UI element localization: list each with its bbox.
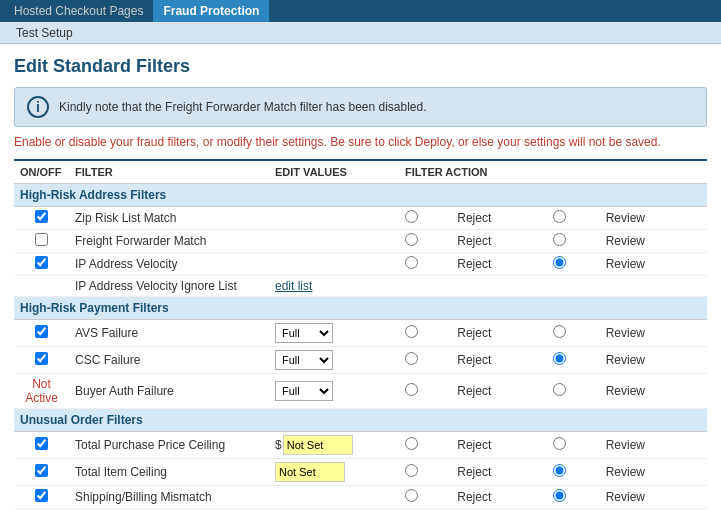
checkbox-ip-velocity[interactable] [35,256,48,269]
radio-reject-billing[interactable] [405,489,418,502]
review-label-billing: Review [606,490,645,504]
review-label-ipv: Review [606,257,645,271]
filter-name-item-ceiling: Total Item Ceiling [69,459,269,486]
filter-name-csc: CSC Failure [69,347,269,374]
radio-review-billing[interactable] [553,489,566,502]
info-message: Kindly note that the Freight Forwarder M… [59,100,427,114]
col-header-onoff: ON/OFF [14,160,69,184]
input-price-ceiling[interactable] [283,435,353,455]
col-header-edit: EDIT VALUES [269,160,399,184]
radio-review-csc[interactable] [553,352,566,365]
table-row: AVS Failure FullPartialNone Reject Revie… [14,320,707,347]
radio-reject-buyer[interactable] [405,383,418,396]
dropdown-avs[interactable]: FullPartialNone [275,323,333,343]
group-header-address: High-Risk Address Filters [14,184,707,207]
radio-reject-avs[interactable] [405,325,418,338]
table-row: Not Active Buyer Auth Failure FullPartia… [14,374,707,409]
radio-reject-zip[interactable] [405,210,418,223]
review-label-csc: Review [606,353,645,367]
radio-review-zip[interactable] [553,210,566,223]
radio-reject-freight[interactable] [405,233,418,246]
review-label-zip: Review [606,211,645,225]
filter-name-billing-mismatch: Shipping/Billing Mismatch [69,486,269,509]
info-icon: i [27,96,49,118]
checkbox-avs[interactable] [35,325,48,338]
table-row: Total Item Ceiling Reject Review [14,459,707,486]
dropdown-buyer-auth[interactable]: FullPartialNone [275,381,333,401]
reject-label-ipv: Reject [457,257,491,271]
col-header-action: FILTER ACTION [399,160,707,184]
reject-label-zip: Reject [457,211,491,225]
checkbox-csc[interactable] [35,352,48,365]
radio-reject-csc[interactable] [405,352,418,365]
radio-review-freight[interactable] [553,233,566,246]
nav-hosted-checkout[interactable]: Hosted Checkout Pages [4,0,153,22]
checkbox-price-ceiling[interactable] [35,437,48,450]
review-label-price: Review [606,438,645,452]
dropdown-csc[interactable]: FullPartialNone [275,350,333,370]
reject-label-csc: Reject [457,353,491,367]
nav-fraud-protection[interactable]: Fraud Protection [153,0,269,22]
table-row: Zip Risk List Match Reject Review [14,207,707,230]
group-header-unusual: Unusual Order Filters [14,409,707,432]
sub-navigation: Test Setup [0,22,721,44]
input-item-ceiling[interactable] [275,462,345,482]
reject-label-billing: Reject [457,490,491,504]
checkbox-zip-risk[interactable] [35,210,48,223]
page-title: Edit Standard Filters [14,56,707,77]
page-content: Edit Standard Filters i Kindly note that… [0,44,721,519]
radio-review-price[interactable] [553,437,566,450]
table-row: Shipping/Billing Mismatch Reject Review [14,486,707,509]
filter-name-freight: Freight Forwarder Match [69,230,269,253]
filters-table: ON/OFF FILTER EDIT VALUES FILTER ACTION … [14,159,707,509]
filter-name-buyer-auth: Buyer Auth Failure [69,374,269,409]
checkbox-billing-mismatch[interactable] [35,489,48,502]
radio-reject-price[interactable] [405,437,418,450]
filter-name-avs: AVS Failure [69,320,269,347]
not-active-label: Not Active [25,377,58,405]
filter-name-ip-velocity: IP Address Velocity [69,253,269,276]
radio-review-buyer[interactable] [553,383,566,396]
filter-name-price-ceiling: Total Purchase Price Ceiling [69,432,269,459]
col-header-filter: FILTER [69,160,269,184]
checkbox-item-ceiling[interactable] [35,464,48,477]
radio-reject-ipv[interactable] [405,256,418,269]
top-navigation: Hosted Checkout Pages Fraud Protection [0,0,721,22]
reject-label-freight: Reject [457,234,491,248]
page-description: Enable or disable your fraud filters, or… [14,135,707,149]
edit-list-link[interactable]: edit list [275,279,312,293]
review-label-avs: Review [606,326,645,340]
radio-review-item[interactable] [553,464,566,477]
table-row: IP Address Velocity Reject Review [14,253,707,276]
info-box: i Kindly note that the Freight Forwarder… [14,87,707,127]
table-row: IP Address Velocity Ignore List edit lis… [14,276,707,297]
group-header-payment: High-Risk Payment Filters [14,297,707,320]
reject-label-avs: Reject [457,326,491,340]
review-label-item: Review [606,465,645,479]
reject-label-buyer: Reject [457,384,491,398]
checkbox-freight[interactable] [35,233,48,246]
review-label-buyer: Review [606,384,645,398]
table-row: CSC Failure FullPartialNone Reject Revie… [14,347,707,374]
price-prefix-ceiling: $ [275,438,282,452]
reject-label-price: Reject [457,438,491,452]
filter-name-zip-risk: Zip Risk List Match [69,207,269,230]
radio-review-avs[interactable] [553,325,566,338]
reject-label-item: Reject [457,465,491,479]
review-label-freight: Review [606,234,645,248]
subnav-test-setup[interactable]: Test Setup [8,24,81,42]
table-row: Total Purchase Price Ceiling $ Reject Re… [14,432,707,459]
radio-review-ipv[interactable] [553,256,566,269]
table-row: Freight Forwarder Match Reject Review [14,230,707,253]
filter-name-ip-ignore: IP Address Velocity Ignore List [69,276,269,297]
radio-reject-item[interactable] [405,464,418,477]
